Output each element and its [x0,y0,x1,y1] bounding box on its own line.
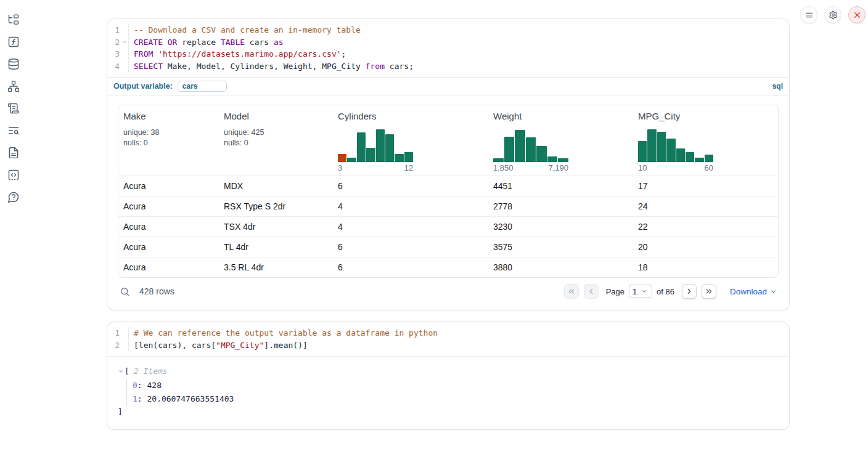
code-line: 1-- Download a CSV and create an in-memo… [107,24,789,36]
column-stats: unique: 425nulls: 0 [224,127,264,148]
histogram-labels: 312 [338,163,413,173]
file-tree-icon [7,17,20,28]
histogram-max-label: 12 [404,163,413,173]
collapse-chevron-icon[interactable] [118,368,124,374]
tree-open-bracket: [ [125,366,129,376]
column-header-make[interactable]: Makeunique: 38nulls: 0 [118,105,219,176]
tree-entry-value: 428 [147,381,161,390]
previous-page-button[interactable] [584,284,599,299]
column-header-weight[interactable]: Weight1,8507,190 [488,105,633,176]
histogram-bar [347,158,356,162]
code-token: Make, Model, Cylinders, Weight, MPG_City [163,62,366,71]
code-token: from [366,62,385,71]
code-line: 4SELECT Make, Model, Cylinders, Weight, … [107,60,789,73]
python-code-editor[interactable]: 1# We can reference the output variable … [107,322,789,356]
tree-items: 0: 4281: 20.060747663551403 [126,379,779,406]
python-cell-output: [ 2 Items 0: 4281: 20.060747663551403 ] [107,357,789,429]
chevrons-right-icon [705,287,713,296]
column-name: Cylinders [338,111,483,121]
first-page-button[interactable] [564,284,579,299]
database-icon [7,62,20,72]
code-line: 3FROM 'https://datasets.marimo.app/cars.… [107,48,789,60]
histogram-bar [526,137,536,162]
table-cell: 3575 [488,237,633,257]
histogram-bar [676,148,685,162]
code-token: as [274,38,284,47]
table-cell: 3.5 RL 4dr [219,257,333,277]
search-icon[interactable] [120,286,130,297]
histogram-bar [638,141,647,162]
dataframe-table: Makeunique: 38nulls: 0Modelunique: 425nu… [118,105,779,278]
line-gutter: 2 [107,36,128,49]
line-gutter: 4 [107,60,128,73]
column-header-mpg_city[interactable]: MPG_City1060 [633,105,778,176]
column-header-model[interactable]: Modelunique: 425nulls: 0 [219,105,333,176]
sidebar-scroll-script-button[interactable] [7,102,20,115]
histogram-bar [385,134,394,162]
histogram-bar [657,132,666,163]
code-line: 1# We can reference the output variable … [107,327,789,339]
sidebar-file-tree-button[interactable] [7,14,20,26]
code-line: 2CREATE OR replace TABLE cars as [107,36,789,49]
line-number: 4 [107,60,120,73]
chevron-down-icon [770,288,777,295]
fold-spacer [120,327,128,339]
column-stat: unique: 425 [224,127,264,138]
sidebar-function-square-button[interactable] [7,36,20,48]
menu-button[interactable] [800,6,817,23]
line-gutter: 1 [107,327,128,339]
next-page-button[interactable] [682,284,697,299]
sidebar-help-button[interactable] [7,191,20,203]
histogram-bar [366,148,375,162]
column-stat: nulls: 0 [224,138,264,148]
last-page-button[interactable] [702,284,716,299]
tree-entry-key: 0 [133,381,137,390]
fold-spacer [120,24,128,36]
table-cell: Acura [118,176,219,196]
language-badge: sql [772,82,783,91]
page-select[interactable]: 1 [629,285,652,298]
page-label: Page [606,287,624,296]
column-header-cylinders[interactable]: Cylinders312 [333,105,488,176]
chevrons-left-icon [567,287,576,296]
sidebar-dependency-graph-button[interactable] [7,80,20,92]
table-cell: MDX [219,176,333,196]
code-token: TABLE [221,38,245,47]
column-summary: unique: 38nulls: 0 [123,127,214,173]
page-select-value: 1 [633,287,637,296]
tree-entry: 0: 428 [133,379,779,392]
line-number: 1 [107,327,120,339]
line-number: 2 [107,339,120,352]
sidebar-database-button[interactable] [7,58,20,70]
code-block-icon [7,172,20,183]
code-token: # We can reference the output variable a… [134,328,438,338]
tree-entry-separator: : [137,394,147,403]
column-summary: 1,8507,190 [493,127,628,173]
sidebar-document-button[interactable] [7,147,20,159]
chevron-left-icon [587,287,596,296]
sql-code-editor[interactable]: 1-- Download a CSV and create an in-memo… [107,19,789,77]
table-cell: 4451 [488,176,633,196]
column-summary: unique: 425nulls: 0 [224,127,328,173]
histogram-bar [666,139,675,163]
histogram-min-label: 10 [638,163,647,173]
tree-root-line: [ 2 Items [118,366,779,376]
table-cell: 3880 [488,257,633,277]
code-token: "MPG_City" [216,341,264,350]
scroll-script-icon [7,106,20,116]
fold-chevron-icon[interactable] [120,36,128,49]
settings-button[interactable] [824,6,841,23]
code-token: CREATE [134,38,163,47]
code-token: FROM [134,49,153,59]
table-cell: 4 [333,196,488,216]
sidebar-code-block-button[interactable] [7,169,20,181]
code-token: ].mean()] [264,341,307,350]
table-cell: 6 [333,176,488,196]
close-button[interactable] [848,6,866,23]
download-button[interactable]: Download [730,287,777,296]
sidebar-log-search-button[interactable] [7,124,20,137]
tree-entry-value: 20.060747663551403 [147,394,234,403]
output-variable-input[interactable] [178,81,227,92]
table-cell: 18 [633,257,778,277]
column-name: MPG_City [638,111,773,121]
